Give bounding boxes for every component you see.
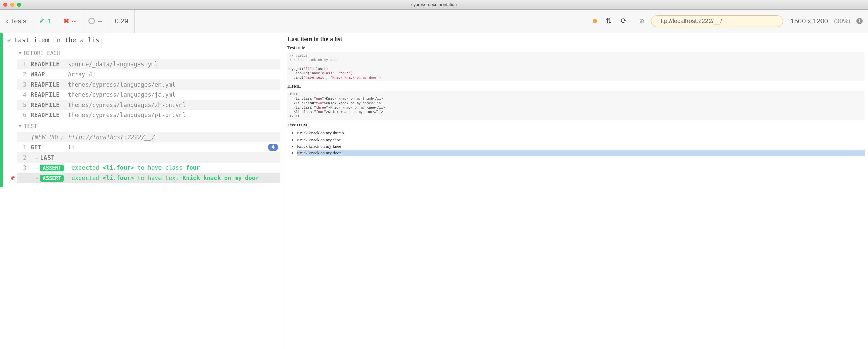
header-bar: ‹ Tests ✔ 1 ✖ -- -- 0.29 ⇅ ⟳ ⊕ 1500 x 12… <box>0 10 868 33</box>
element-count-badge: 4 <box>268 144 278 151</box>
test-title-row[interactable]: ✔ Last item in the a list <box>0 33 284 47</box>
caret-down-icon: ▼ <box>19 51 21 55</box>
command-message: source/_data/languages.yml <box>68 61 278 68</box>
command-number: 1 <box>20 61 26 68</box>
command-row[interactable]: (NEW URL) http://localhost:2222/__/ <box>17 132 280 142</box>
command-message: Array[4] <box>68 71 278 78</box>
command-name: LAST <box>40 154 55 161</box>
command-row[interactable]: 3 -ASSERT expected <li.four> to have cla… <box>17 163 280 173</box>
child-dash: - <box>35 154 39 161</box>
command-number: 6 <box>20 112 26 118</box>
command-message: themes/cypress/languages/ja.yml <box>68 91 278 98</box>
command-number: 3 <box>20 164 26 171</box>
command-row[interactable]: 1 READFILE source/_data/languages.yml <box>17 59 280 69</box>
traffic-lights <box>3 3 21 7</box>
caret-down-icon: ▼ <box>19 124 21 128</box>
list-item: Knick knack on my door <box>297 150 865 157</box>
command-message: expected <li.four> to have class four <box>71 164 278 171</box>
command-number: 4 <box>20 91 26 98</box>
selector-playground-icon[interactable]: ⊕ <box>639 17 645 25</box>
failed-count: ✖ -- <box>57 10 82 33</box>
command-message: http://localhost:2222/__/ <box>68 134 278 141</box>
passed-count: ✔ 1 <box>33 10 57 33</box>
command-name: GET <box>31 144 68 151</box>
command-name: READFILE <box>31 61 68 68</box>
command-message: expected <li.four> to have text Knick kn… <box>71 174 278 181</box>
aut-subheading: HTML <box>287 84 865 89</box>
command-message: li <box>68 144 268 151</box>
before-each-header[interactable]: ▼ BEFORE EACH <box>17 47 280 59</box>
child-dash: - <box>35 164 39 171</box>
list-item: Knick knack on my thumb <box>297 130 865 136</box>
failed-number: -- <box>71 17 76 25</box>
titlebar: cypress-documentation <box>0 0 868 10</box>
x-icon: ✖ <box>63 17 69 25</box>
assert-label: ASSERT <box>40 175 64 182</box>
aut-subheading: Live HTML <box>287 122 865 128</box>
list-item: Knick knack on my shoe <box>297 136 865 143</box>
back-label: Tests <box>11 17 26 25</box>
aut-subheading: Test code <box>287 45 865 50</box>
circle-icon <box>88 18 95 24</box>
command-row[interactable]: 4 READFILE themes/cypress/languages/ja.y… <box>17 90 280 100</box>
live-html-list: Knick knack on my thumb Knick knack on m… <box>287 130 865 156</box>
duration: 0.29 <box>109 10 135 33</box>
info-icon[interactable]: i <box>856 18 863 24</box>
viewport-size: 1500 x 1200 <box>791 17 828 25</box>
pin-icon: 📌 <box>10 176 15 181</box>
command-message: themes/cypress/languages/en.yml <box>68 81 278 88</box>
command-name: READFILE <box>31 91 68 98</box>
chevron-left-icon: ‹ <box>6 17 8 25</box>
command-number: 5 <box>20 102 26 108</box>
command-row[interactable]: 2 -LAST <box>17 152 280 163</box>
back-to-tests-button[interactable]: ‹ Tests <box>0 10 33 33</box>
aut-preview: Last item in the a list Test code // yie… <box>284 33 868 349</box>
command-message: themes/cypress/languages/zh-cn.yml <box>68 102 278 108</box>
command-row[interactable]: 5 READFILE themes/cypress/languages/zh-c… <box>17 100 280 110</box>
minimize-window-button[interactable] <box>10 3 14 7</box>
reload-icon[interactable]: ⟳ <box>621 17 627 25</box>
command-name: READFILE <box>31 81 68 88</box>
status-dot-icon <box>593 19 597 23</box>
command-row[interactable]: 3 READFILE themes/cypress/languages/en.y… <box>17 79 280 90</box>
zoom-percentage: (30%) <box>834 18 850 25</box>
command-row[interactable]: 📌 -ASSERT expected <li.four> to have tex… <box>17 173 280 183</box>
command-row[interactable]: 6 READFILE themes/cypress/languages/pt-b… <box>17 110 280 120</box>
child-dash: - <box>35 174 39 181</box>
command-number: 1 <box>20 144 26 151</box>
command-row[interactable]: 2 WRAP Array[4] <box>17 69 280 79</box>
resize-icon[interactable]: ⇅ <box>606 17 612 25</box>
duration-value: 0.29 <box>115 17 128 25</box>
pending-number: -- <box>98 17 102 25</box>
command-log: ✔ Last item in the a list ▼ BEFORE EACH … <box>0 33 284 349</box>
test-code-block: // yields • Knick knack on my door cy.ge… <box>287 52 865 81</box>
command-name: READFILE <box>31 112 68 118</box>
command-row[interactable]: 1 GET li 4 <box>17 142 280 152</box>
close-window-button[interactable] <box>3 3 7 7</box>
test-title: Last item in the a list <box>14 36 103 44</box>
test-section-header[interactable]: ▼ TEST <box>17 120 280 132</box>
html-code-block: <ul> <li class="one">Knick knack on my t… <box>287 91 865 120</box>
section-label: BEFORE EACH <box>24 50 60 56</box>
command-number: 2 <box>20 154 26 161</box>
passed-number: 1 <box>47 17 51 25</box>
list-item: Knick knack on my knee <box>297 143 865 150</box>
pending-count: -- <box>82 10 109 33</box>
command-name: (NEW URL) <box>31 134 68 141</box>
check-icon: ✔ <box>39 17 45 25</box>
aut-heading: Last item in the a list <box>287 36 865 43</box>
window-title: cypress-documentation <box>411 2 457 7</box>
url-input[interactable] <box>651 15 783 27</box>
assert-label: ASSERT <box>40 165 64 171</box>
command-name: WRAP <box>31 71 68 78</box>
section-label: TEST <box>24 123 37 129</box>
command-number: 2 <box>20 71 26 78</box>
command-name: READFILE <box>31 102 68 108</box>
maximize-window-button[interactable] <box>17 3 21 7</box>
check-icon: ✔ <box>7 37 11 43</box>
command-number: 3 <box>20 81 26 88</box>
command-message: themes/cypress/languages/pt-br.yml <box>68 112 278 118</box>
